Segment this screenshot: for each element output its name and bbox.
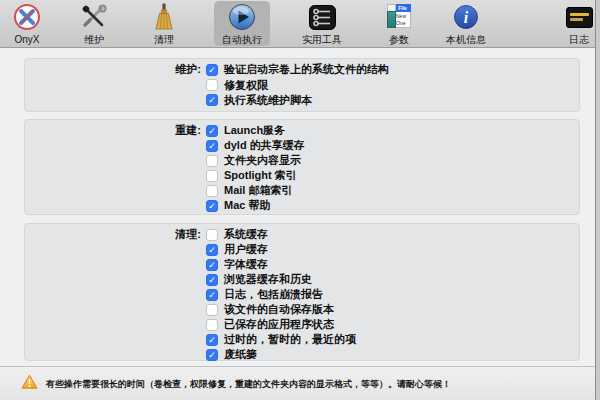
warning-icon [21, 374, 38, 394]
checkbox-checked[interactable]: ✓ [206, 334, 218, 346]
wrench-screwdriver-icon [80, 2, 108, 32]
onyx-window: OnyX 维护 [0, 0, 600, 400]
toolbar-item-label: 本机信息 [446, 34, 486, 45]
checkbox-checked[interactable]: ✓ [206, 244, 218, 256]
checkbox-row: ✓废纸篓 [25, 347, 579, 362]
checkbox-label[interactable]: 系统缓存 [224, 227, 268, 242]
checkbox-row: 清理:系统缓存 [25, 227, 579, 242]
toolbar-item-label: 维护 [84, 34, 104, 45]
checkbox-row: 修复权限 [25, 78, 579, 93]
toolbar-item-label: 实用工具 [302, 34, 342, 45]
checkbox-label[interactable]: 执行系统维护脚本 [224, 93, 312, 108]
toolbar-item-utilities[interactable]: 实用工具 [294, 1, 350, 46]
svg-text:i: i [464, 9, 469, 26]
checkbox-checked[interactable]: ✓ [206, 200, 218, 212]
checkbox-row: ✓用户缓存 [25, 242, 579, 257]
toolbar-item-cleaning[interactable]: 清理 [136, 1, 192, 46]
checkbox-row: ✓浏览器缓存和历史 [25, 272, 579, 287]
toolbar-item-label: 日志 [569, 34, 589, 45]
checkbox-row: 文件夹内容显示 [25, 153, 579, 168]
checkbox-label[interactable]: 该文件的自动保存版本 [224, 302, 334, 317]
checkbox-unchecked[interactable] [206, 170, 218, 182]
checkbox-label[interactable]: 日志，包括崩溃报告 [224, 287, 323, 302]
checkbox-unchecked[interactable] [206, 304, 218, 316]
checkbox-row: ✓Mac 帮助 [25, 198, 579, 213]
checkbox-row: ✓过时的，暂时的，最近的项 [25, 332, 579, 347]
broom-icon [150, 2, 178, 32]
checkbox-unchecked[interactable] [206, 155, 218, 167]
checkbox-checked[interactable]: ✓ [206, 125, 218, 137]
checkbox-label[interactable]: 过时的，暂时的，最近的项 [224, 332, 356, 347]
toolbar-item-label: OnyX [14, 34, 39, 45]
checkbox-row: ✓日志，包括崩溃报告 [25, 287, 579, 302]
checkbox-label[interactable]: 已保存的应用程序状态 [224, 317, 334, 332]
checkbox-label[interactable]: Mac 帮助 [224, 198, 270, 213]
checkbox-checked[interactable]: ✓ [206, 274, 218, 286]
toolbar-item-parameters[interactable]: File New One 参数 [371, 1, 427, 46]
toolbar-item-label: 参数 [389, 34, 409, 45]
section-label: 清理: [25, 227, 201, 242]
toolbar-item-info[interactable]: i 本机信息 [438, 1, 494, 46]
checkbox-unchecked[interactable] [206, 229, 218, 241]
utilities-wrenches-icon [309, 2, 336, 32]
checkbox-row: 已保存的应用程序状态 [25, 317, 579, 332]
checkbox-checked[interactable]: ✓ [206, 259, 218, 271]
checkbox-label[interactable]: Spotlight 索引 [224, 168, 297, 183]
checkbox-checked[interactable]: ✓ [206, 64, 218, 76]
checkbox-row: Mail 邮箱索引 [25, 183, 579, 198]
checkbox-label[interactable]: Launch服务 [224, 123, 285, 138]
section-label: 重建: [25, 123, 201, 138]
status-bar: 有些操作需要很长的时间（卷检查，权限修复，重建的文件夹内容的显示格式，等等）。请… [0, 366, 600, 400]
checkbox-checked[interactable]: ✓ [206, 94, 218, 106]
onyx-logo-icon [13, 2, 41, 32]
info-icon: i [453, 2, 479, 32]
section-label: 维护: [25, 62, 201, 77]
checkbox-label[interactable]: 废纸篓 [224, 347, 257, 362]
checkbox-row: 维护:✓验证启动宗卷上的系统文件的结构 [25, 62, 579, 77]
checkbox-row: 该文件的自动保存版本 [25, 302, 579, 317]
toolbar-item-logs[interactable]: 日志 [551, 1, 600, 46]
checkbox-row: ✓执行系统维护脚本 [25, 93, 579, 108]
log-file-icon [566, 2, 593, 32]
background-outside-window [596, 0, 600, 400]
checkbox-label[interactable]: 用户缓存 [224, 242, 268, 257]
play-icon [228, 2, 256, 32]
checkbox-label[interactable]: 浏览器缓存和历史 [224, 272, 312, 287]
checkbox-label[interactable]: 验证启动宗卷上的系统文件的结构 [224, 62, 389, 77]
checkbox-unchecked[interactable] [206, 185, 218, 197]
rebuild-section: 重建:✓Launch服务✓dyld 的共享缓存文件夹内容显示Spotlight … [24, 119, 580, 215]
toolbar-item-onyx[interactable]: OnyX [1, 1, 53, 46]
checkbox-label[interactable]: Mail 邮箱索引 [224, 183, 292, 198]
cleaning-section: 清理:系统缓存✓用户缓存✓字体缓存✓浏览器缓存和历史✓日志，包括崩溃报告该文件的… [24, 223, 580, 361]
checkbox-label[interactable]: 字体缓存 [224, 257, 268, 272]
checkbox-row: ✓dyld 的共享缓存 [25, 138, 579, 153]
checkbox-label[interactable]: 修复权限 [224, 78, 268, 93]
toolbar-item-automation[interactable]: 自动执行 [214, 1, 270, 46]
checkbox-row: Spotlight 索引 [25, 168, 579, 183]
checkbox-unchecked[interactable] [206, 319, 218, 331]
toolbar-item-label: 清理 [154, 34, 174, 45]
toolbar-item-label: 自动执行 [222, 34, 262, 45]
checkbox-row: 重建:✓Launch服务 [25, 123, 579, 138]
automation-pane: 维护:✓验证启动宗卷上的系统文件的结构修复权限✓执行系统维护脚本 重建:✓Lau… [0, 48, 600, 366]
checkbox-label[interactable]: dyld 的共享缓存 [224, 138, 305, 153]
checkbox-checked[interactable]: ✓ [206, 349, 218, 361]
maintenance-section: 维护:✓验证启动宗卷上的系统文件的结构修复权限✓执行系统维护脚本 [24, 58, 580, 112]
checkbox-label[interactable]: 文件夹内容显示 [224, 153, 301, 168]
checkbox-row: ✓字体缓存 [25, 257, 579, 272]
toolbar-item-maintenance[interactable]: 维护 [66, 1, 122, 46]
checkbox-checked[interactable]: ✓ [206, 140, 218, 152]
checkbox-unchecked[interactable] [206, 79, 218, 91]
checkbox-checked[interactable]: ✓ [206, 289, 218, 301]
warning-text: 有些操作需要很长的时间（卷检查，权限修复，重建的文件夹内容的显示格式，等等）。请… [46, 378, 451, 391]
preferences-menu-icon: File New One [387, 2, 411, 32]
toolbar: OnyX 维护 [0, 0, 600, 48]
